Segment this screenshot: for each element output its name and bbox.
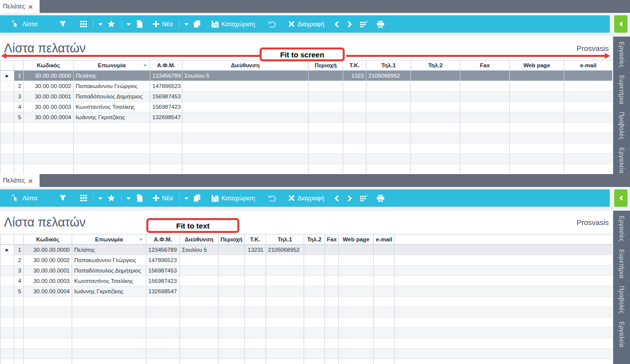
sidebar-collapse-button[interactable] bbox=[614, 189, 628, 207]
chevron-down-icon[interactable] bbox=[127, 23, 131, 28]
chevron-down-icon[interactable] bbox=[98, 23, 102, 28]
toolbar-undo-button[interactable] bbox=[267, 20, 278, 29]
toolbar-favorites-button[interactable] bbox=[106, 193, 132, 203]
table-row[interactable]: 330.00.00.0001Παπαδόπουλος Δημήτριος1569… bbox=[0, 266, 613, 276]
tab-customers[interactable]: Πελάτες × bbox=[0, 0, 40, 13]
column-header-web[interactable]: Web page bbox=[339, 234, 374, 245]
toolbar-next-button[interactable] bbox=[346, 194, 354, 203]
table-row[interactable]: 230.00.00.0002Παπακωάννου Γεώργιος147896… bbox=[0, 81, 613, 91]
toolbar-grid-edit-button[interactable] bbox=[359, 194, 369, 202]
column-header-fax[interactable]: Fax bbox=[460, 60, 510, 71]
column-header-til2[interactable]: Τηλ.2 bbox=[411, 60, 460, 71]
column-header-dieythynsi[interactable]: Διεύθυνση bbox=[182, 60, 309, 71]
table-row[interactable]: 530.00.00.0004Ιωάννης Γκριπζίκης13269854… bbox=[0, 112, 613, 123]
toolbar-favorites-button[interactable] bbox=[106, 19, 132, 29]
column-header-til1[interactable]: Τηλ.1 bbox=[366, 60, 411, 71]
toolbar-new-button[interactable]: Νέα bbox=[151, 193, 190, 203]
column-header-kodikos[interactable]: Κωδικός bbox=[24, 234, 72, 245]
table-row[interactable]: 330.00.00.0001Παπαδόπουλος Δημήτριος1569… bbox=[0, 91, 613, 102]
toolbar-list-button[interactable]: Λίστα bbox=[10, 19, 39, 29]
column-header-afm[interactable]: Α.Φ.Μ. bbox=[150, 60, 182, 71]
toolbar-save-button[interactable]: Καταχώριση bbox=[210, 194, 257, 203]
table-row[interactable]: 430.00.00.0003Κωνσταντίνος Τσαλίκης15698… bbox=[0, 276, 613, 286]
toolbar-export-button[interactable] bbox=[134, 19, 144, 29]
toolbar-copy-button[interactable] bbox=[192, 193, 202, 203]
toolbar-layout-button[interactable] bbox=[79, 19, 104, 29]
table-empty-row[interactable] bbox=[0, 318, 613, 328]
sidebar-tab-4[interactable]: Εργαλεία bbox=[618, 321, 625, 348]
toolbar-delete-button[interactable]: Διαγραφή bbox=[287, 20, 326, 29]
tab-close-icon[interactable]: × bbox=[28, 3, 33, 10]
cell-til1 bbox=[366, 143, 411, 154]
cell-fax bbox=[325, 266, 339, 276]
cell-perioxi bbox=[309, 102, 343, 112]
tab-customers[interactable]: Πελάτες × bbox=[0, 174, 40, 187]
table-empty-row[interactable] bbox=[0, 328, 613, 338]
column-header-perioxi[interactable]: Περιοχή bbox=[309, 60, 343, 71]
sidebar-tab-3[interactable]: Προβολές bbox=[618, 286, 625, 314]
column-header-dieythynsi[interactable]: Διεύθυνση bbox=[180, 234, 219, 245]
sidebar-tab-2[interactable]: Ευρετήρια bbox=[618, 75, 625, 104]
row-indicator bbox=[0, 143, 14, 154]
toolbar-previous-button[interactable] bbox=[333, 20, 341, 29]
table-empty-row[interactable] bbox=[0, 307, 613, 318]
chevron-down-icon[interactable] bbox=[184, 23, 188, 28]
tab-close-icon[interactable]: × bbox=[28, 177, 33, 184]
toolbar-next-button[interactable] bbox=[346, 20, 354, 29]
table-empty-row[interactable] bbox=[0, 359, 613, 364]
table-empty-row[interactable] bbox=[0, 349, 613, 359]
table-empty-row[interactable] bbox=[0, 154, 613, 164]
table-empty-row[interactable] bbox=[0, 133, 613, 143]
sidebar-tab-4[interactable]: Εργαλεία bbox=[618, 147, 625, 174]
table-row[interactable]: 230.00.00.0002Παπακωάννου Γεώργιος147896… bbox=[0, 255, 613, 266]
table-row[interactable]: 430.00.00.0003Κωνσταντίνος Τσαλίκης15698… bbox=[0, 102, 613, 112]
table-row[interactable]: ▶130.00.00.0000Πελάτης123456789Σουλίου 5… bbox=[0, 71, 613, 81]
table-row[interactable]: ▶130.00.00.0000Πελάτης123456789Σουλίου 5… bbox=[0, 245, 613, 255]
table-empty-row[interactable] bbox=[0, 143, 613, 154]
table-row[interactable]: 530.00.00.0004Ιωάννης Γκριπζίκης13269854… bbox=[0, 286, 613, 297]
chevron-down-icon[interactable] bbox=[98, 197, 102, 202]
column-header-afm[interactable]: Α.Φ.Μ. bbox=[146, 234, 180, 245]
column-header-eponymia[interactable]: Επωνυμία▼ bbox=[72, 234, 146, 245]
column-header-email[interactable]: e-mail bbox=[564, 60, 613, 71]
toolbar-grid-edit-button[interactable] bbox=[359, 20, 369, 28]
table-empty-row[interactable] bbox=[0, 297, 613, 307]
column-header-til2[interactable]: Τηλ.2 bbox=[304, 234, 325, 245]
sidebar-tab-2[interactable]: Ευρετήρια bbox=[618, 249, 625, 278]
cell-kodikos bbox=[24, 123, 74, 133]
sidebar-tab-1[interactable]: Εργασίες bbox=[618, 42, 625, 68]
column-header-tk[interactable]: Τ.Κ. bbox=[245, 234, 266, 245]
table-empty-row[interactable] bbox=[0, 164, 613, 175]
toolbar-undo-button[interactable] bbox=[267, 194, 278, 203]
column-header-email[interactable]: e-mail bbox=[374, 234, 395, 245]
column-header-til1[interactable]: Τηλ.1 bbox=[266, 234, 304, 245]
toolbar-previous-button[interactable] bbox=[333, 194, 341, 203]
toolbar-print-button[interactable] bbox=[375, 194, 386, 203]
sidebar-collapse-button[interactable] bbox=[614, 15, 628, 33]
row-indicator bbox=[0, 328, 14, 338]
toolbar-export-button[interactable] bbox=[134, 193, 144, 203]
toolbar-save-button[interactable]: Καταχώριση bbox=[210, 20, 257, 29]
toolbar-new-button[interactable]: Νέα bbox=[151, 19, 190, 29]
toolbar-copy-button[interactable] bbox=[192, 19, 202, 29]
toolbar-layout-button[interactable] bbox=[79, 193, 104, 203]
column-header-fax[interactable]: Fax bbox=[325, 234, 339, 245]
column-header-eponymia[interactable]: Επωνυμία▼ bbox=[74, 60, 150, 71]
column-header-perioxi[interactable]: Περιοχή bbox=[219, 234, 245, 245]
column-header-kodikos[interactable]: Κωδικός bbox=[24, 60, 74, 71]
column-header-web[interactable]: Web page bbox=[510, 60, 564, 71]
sidebar-tab-3[interactable]: Προβολές bbox=[618, 112, 625, 140]
chevron-down-icon[interactable] bbox=[127, 197, 131, 202]
chevron-down-icon[interactable] bbox=[184, 197, 188, 202]
sidebar-tab-1[interactable]: Εργασίες bbox=[618, 216, 625, 242]
toolbar-delete-button[interactable]: Διαγραφή bbox=[287, 194, 326, 203]
table-empty-row[interactable] bbox=[0, 338, 613, 349]
column-header-tk[interactable]: Τ.Κ. bbox=[343, 60, 366, 71]
cell-web bbox=[339, 286, 374, 297]
cell-til1 bbox=[366, 102, 411, 112]
toolbar-filter-button[interactable] bbox=[58, 194, 68, 202]
toolbar-list-button[interactable]: Λίστα bbox=[10, 193, 39, 203]
toolbar-print-button[interactable] bbox=[375, 20, 386, 29]
toolbar-filter-button[interactable] bbox=[58, 20, 68, 28]
table-empty-row[interactable] bbox=[0, 123, 613, 133]
